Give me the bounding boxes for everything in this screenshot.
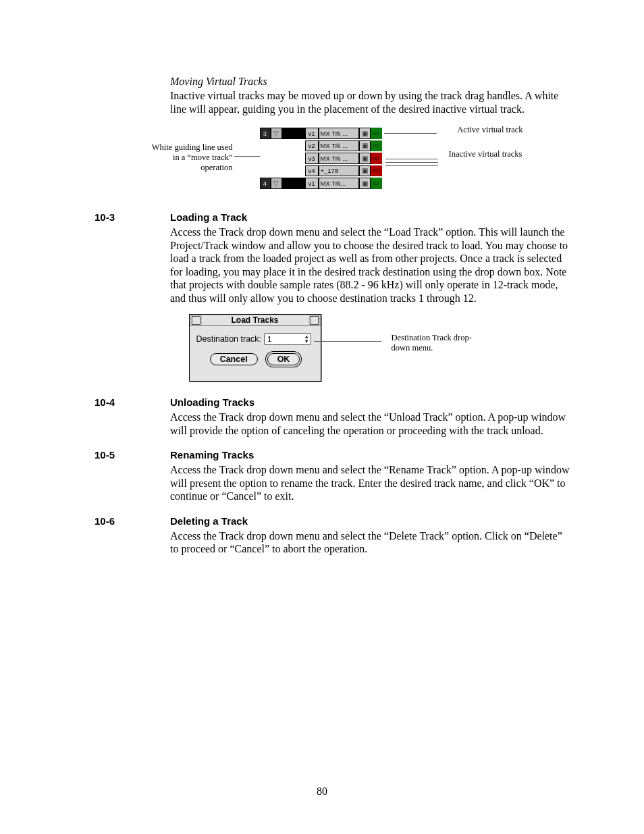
section-number: 10-3 [95,211,170,223]
figure-tracklist-wrap: White guiding line used in a “move track… [95,125,573,199]
track-row: v4+_178▣02 [260,165,382,177]
track-list: 3▽v1MX Trk ...▣02v2MX Trk ...▣02v3MX Trk… [260,128,382,190]
track-name-cell: MX Trk ... [319,153,359,164]
track-control-icon[interactable]: ▣ [359,178,371,189]
zoom-box-icon[interactable] [310,316,319,325]
track-spacer [282,128,305,139]
track-name-cell: MX Trk ... [319,128,359,139]
section-heading-row: 10-4 Unloading Tracks [95,396,573,408]
paragraph: Access the Track drop down menu and sele… [170,226,573,305]
track-row: v2MX Trk ...▣02 [260,140,382,152]
section-number: 10-5 [95,449,170,461]
track-control-icon[interactable]: ▣ [359,153,371,164]
leader-line [385,165,438,166]
leader-line [234,156,260,157]
section-title: Loading a Track [170,211,247,223]
track-control-icon[interactable]: ▣ [359,165,371,177]
track-name-cell: MX Trk ... [319,140,359,152]
select-stepper-icon: ▲▼ [304,334,309,344]
section-heading-row: 10-3 Loading a Track [95,211,573,223]
leader-line [384,133,437,134]
virtual-track-index: v2 [305,140,319,152]
virtual-track-index: v4 [305,165,319,177]
figure-annotation: Destination Track drop-down menu. [392,333,479,353]
section-number: 10-4 [95,396,170,408]
track-name-cell: MX Trk... [319,178,359,189]
section-number: 10-6 [95,515,170,527]
dialog-title: Load Tracks [202,315,308,325]
figure-annotation-left: White guiding line used in a “move track… [145,142,233,173]
document-page: Moving Virtual Tracks Inactive virtual t… [0,0,644,834]
paragraph: Access the Track drop down menu and sele… [170,529,573,556]
figure-load-tracks: Load Tracks Destination track: 1 ▲▼ [189,314,479,384]
dialog-body: Destination track: 1 ▲▼ Cancel OK [190,326,321,365]
track-status-badge: 02 [371,128,382,139]
load-tracks-dialog: Load Tracks Destination track: 1 ▲▼ [189,314,321,382]
field-label: Destination track: [196,334,262,344]
track-control-icon[interactable]: ▣ [359,140,371,152]
figure-load-tracks-wrap: Load Tracks Destination track: 1 ▲▼ [95,314,573,384]
dialog-titlebar: Load Tracks [190,315,321,326]
track-row: v3MX Trk ...▣02 [260,153,382,164]
leader-line [385,159,438,159]
track-name-cell: +_178 [319,165,359,177]
destination-track-field: Destination track: 1 ▲▼ [196,333,314,345]
track-control-icon[interactable]: ▣ [359,128,371,139]
section-heading-row: 10-6 Deleting a Track [95,515,573,527]
virtual-track-index: v1 [305,178,319,189]
figure-tracklist: White guiding line used in a “move track… [145,125,523,199]
ok-button[interactable]: OK [267,353,300,365]
track-spacer [282,178,305,189]
section-title: Deleting a Track [170,515,248,527]
track-expand-icon[interactable]: ▽ [271,178,282,189]
leader-line [385,162,438,163]
section-title: Unloading Tracks [170,396,254,408]
virtual-track-index: v1 [305,128,319,139]
track-status-badge: 02 [371,165,382,177]
section-heading-row: 10-5 Renaming Tracks [95,449,573,461]
destination-track-select[interactable]: 1 ▲▼ [264,333,311,345]
dialog-button-row: Cancel OK [196,353,314,365]
track-number-cell: 3 [260,128,271,139]
subheading: Moving Virtual Tracks [170,76,573,88]
paragraph: Access the Track drop down menu and sele… [170,463,573,503]
track-status-badge: 02 [371,140,382,152]
track-number-cell: 4 [260,178,271,189]
virtual-track-index: v3 [305,153,319,164]
paragraph: Access the Track drop down menu and sele… [170,411,573,437]
cancel-button[interactable]: Cancel [210,353,258,365]
figure-annotation-active: Active virtual track [457,125,522,135]
track-status-badge: 02 [371,153,382,164]
paragraph: Inactive virtual tracks may be moved up … [170,89,573,115]
track-status-badge: 02 [371,178,382,189]
leader-line [314,341,381,342]
track-row: 4▽v1MX Trk...▣02 [260,178,382,189]
select-value: 1 [267,335,271,343]
section-title: Renaming Tracks [170,449,254,461]
track-expand-icon[interactable]: ▽ [271,128,282,139]
section-moving-virtual-tracks: Moving Virtual Tracks Inactive virtual t… [170,76,573,115]
close-box-icon[interactable] [192,316,200,325]
track-row: 3▽v1MX Trk ...▣02 [260,128,382,139]
page-number: 80 [0,785,644,798]
figure-annotation-inactive: Inactive virtual tracks [449,149,523,159]
